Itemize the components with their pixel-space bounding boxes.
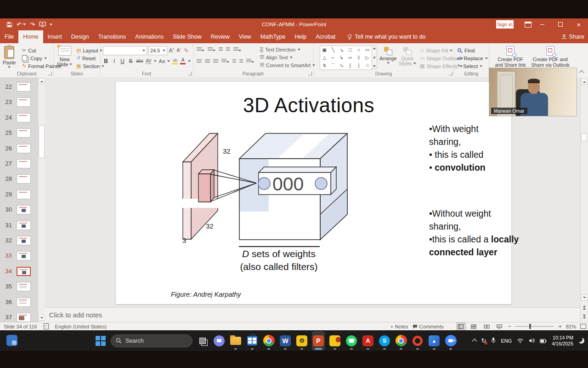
rtl-text-button[interactable] xyxy=(239,59,243,63)
taskbar-search[interactable]: Search xyxy=(111,334,192,347)
slide-thumbnail[interactable] xyxy=(17,113,31,122)
tab-insert[interactable]: Insert xyxy=(43,30,67,43)
replace-button[interactable]: abReplace xyxy=(457,54,488,62)
text-direction-button[interactable]: Text Direction xyxy=(260,46,315,53)
scroll-up-icon[interactable] xyxy=(581,79,587,85)
slide-thumbnail[interactable] xyxy=(17,144,31,153)
create-pdf-share-link-button[interactable]: Create PDF and Share link xyxy=(493,46,527,68)
slide-thumbnail[interactable] xyxy=(17,190,31,199)
slide-thumbnail[interactable] xyxy=(17,251,31,260)
justify-button[interactable] xyxy=(221,58,229,64)
notes-toggle-button[interactable]: Notes xyxy=(390,324,408,329)
zoom-slider[interactable] xyxy=(515,326,554,327)
zoom-app-icon[interactable] xyxy=(444,331,457,351)
shape-gallery-item[interactable]: ↘ xyxy=(339,47,344,52)
share-button[interactable]: Share xyxy=(562,30,584,43)
gallery-more-icon[interactable] xyxy=(373,65,376,67)
slide-thumbnail[interactable] xyxy=(17,282,31,291)
automation-app-icon[interactable]: ⚙ xyxy=(295,331,308,351)
thumbnail-row[interactable]: 26 xyxy=(0,144,38,157)
thumbnail-row[interactable]: 31 xyxy=(0,220,38,234)
figure-credit[interactable]: Figure: Andrej Karpathy xyxy=(171,291,241,298)
shape-gallery-item[interactable]: ↯ xyxy=(322,63,327,68)
slide-thumbnail[interactable] xyxy=(17,313,31,322)
italic-button[interactable]: I xyxy=(111,58,117,64)
tab-acrobat[interactable]: Acrobat xyxy=(311,30,340,43)
strikethrough-abc-button[interactable]: abc xyxy=(136,58,143,63)
start-button[interactable] xyxy=(94,331,107,351)
bullets-button[interactable] xyxy=(197,47,204,52)
thumbnail-row[interactable]: 27 xyxy=(0,159,38,172)
shape-gallery-item[interactable]: ↳ xyxy=(339,55,344,60)
increase-indent-button[interactable] xyxy=(226,47,230,52)
update-sync-icon[interactable]: ↻ xyxy=(481,337,486,344)
normal-view-button[interactable] xyxy=(457,323,465,330)
teams-chat-icon[interactable] xyxy=(213,331,226,351)
find-button[interactable]: Find xyxy=(457,46,488,54)
scroll-down-icon[interactable] xyxy=(581,294,587,300)
sign-in-button[interactable]: Sign in xyxy=(496,20,514,29)
shrink-font-button[interactable]: A˅ xyxy=(176,48,182,53)
thumbnail-row[interactable]: 29 xyxy=(0,190,38,203)
powerpoint-icon-active[interactable]: P xyxy=(312,331,325,351)
caption-line1[interactable]: D sets of weights xyxy=(226,248,332,259)
scrollbar-thumb[interactable] xyxy=(581,133,587,141)
slide-thumbnail[interactable] xyxy=(17,159,31,168)
caption-line2[interactable]: (also called filters) xyxy=(226,261,332,272)
create-pdf-outlook-button[interactable]: Create PDF and Share via Outlook xyxy=(531,46,570,68)
ltr-text-button[interactable] xyxy=(232,59,236,63)
align-left-button[interactable] xyxy=(197,59,202,63)
gallery-up-icon[interactable] xyxy=(373,47,376,49)
microphone-icon[interactable] xyxy=(491,337,496,345)
shape-gallery-item[interactable]: ⇨ xyxy=(348,55,352,60)
dialog-launcher-icon[interactable] xyxy=(449,72,452,75)
shape-gallery-item[interactable]: ⇩ xyxy=(357,55,361,60)
opera-icon[interactable] xyxy=(411,331,424,351)
chrome-icon[interactable] xyxy=(262,331,275,351)
font-color-caret-icon[interactable] xyxy=(188,60,191,62)
photos-icon[interactable]: ▲ xyxy=(428,331,441,351)
reading-view-button[interactable] xyxy=(482,323,491,330)
grow-font-button[interactable]: A˄ xyxy=(169,47,175,54)
shape-gallery-item[interactable]: △ xyxy=(322,55,326,60)
bullets-with-sharing[interactable]: •With weight sharing, • this is called •… xyxy=(429,122,486,174)
slide-thumbnail[interactable] xyxy=(17,98,31,107)
file-explorer-icon[interactable] xyxy=(229,331,242,351)
widgets-icon[interactable] xyxy=(6,335,17,346)
battery-icon[interactable] xyxy=(540,337,547,345)
font-name-combo[interactable] xyxy=(103,46,147,55)
bullets-without-sharing[interactable]: •Without weight sharing, •this is called… xyxy=(429,207,519,259)
previous-slide-button[interactable] xyxy=(581,305,587,310)
thumbnail-row-selected[interactable]: 34 xyxy=(0,266,38,280)
language-indicator[interactable]: English (United States) xyxy=(55,324,107,329)
close-button[interactable]: × xyxy=(570,18,588,30)
restore-button[interactable] xyxy=(551,18,570,30)
underline-button[interactable]: U xyxy=(119,58,125,64)
shape-gallery-item[interactable]: ○ xyxy=(357,47,360,52)
slide-thumbnail[interactable] xyxy=(17,205,31,214)
spellcheck-icon[interactable]: ✓ xyxy=(44,323,49,329)
align-right-button[interactable] xyxy=(213,59,218,63)
line-spacing-button[interactable] xyxy=(233,47,241,52)
font-color-button[interactable]: A xyxy=(180,58,186,64)
quick-styles-button[interactable]: Quick Styles xyxy=(399,47,416,66)
thumbnail-row[interactable]: 35 xyxy=(0,282,38,295)
tab-view[interactable]: View xyxy=(234,30,256,43)
thumbnail-row[interactable]: 36 xyxy=(0,297,38,311)
whatsapp-icon[interactable]: ☎ xyxy=(345,331,358,351)
thumbnail-row[interactable]: 30 xyxy=(0,205,38,218)
focus-assist-moon-icon[interactable] xyxy=(578,338,584,344)
shape-gallery-item[interactable]: ☆ xyxy=(365,63,369,68)
thumbnail-scrollbar[interactable] xyxy=(38,77,45,322)
shape-gallery-item[interactable]: ▣ xyxy=(322,47,327,52)
scroll-down-icon[interactable] xyxy=(39,315,45,321)
bold-button[interactable]: B xyxy=(103,58,109,64)
tab-animations[interactable]: Animations xyxy=(130,30,168,43)
volume-icon[interactable] xyxy=(529,337,535,345)
thumbnail-row[interactable]: 24 xyxy=(0,113,38,126)
thumbnail-row[interactable]: 23 xyxy=(0,97,38,111)
ribbon-display-options-icon[interactable] xyxy=(525,22,531,28)
case-caret-icon[interactable] xyxy=(167,60,170,62)
word-icon[interactable]: W xyxy=(279,331,292,351)
chrome-profile-icon[interactable] xyxy=(395,331,407,351)
